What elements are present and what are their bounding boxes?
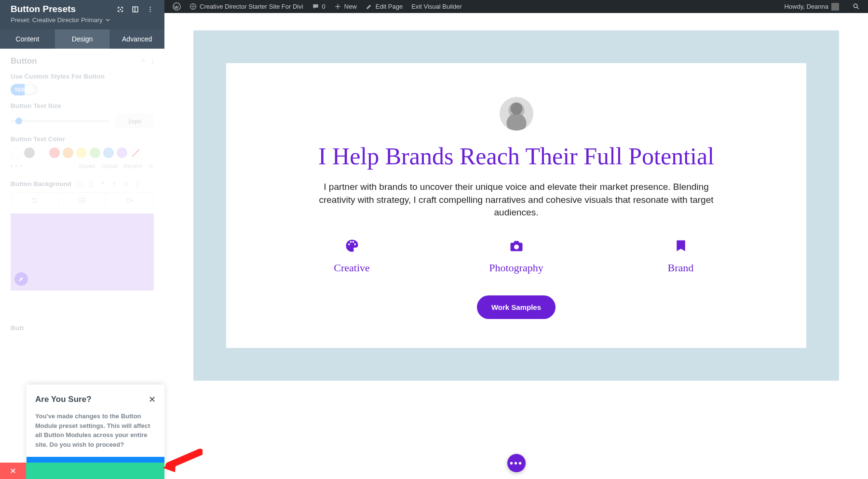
panel-layout-icon[interactable] — [132, 6, 139, 13]
user-avatar-icon — [831, 3, 839, 11]
site-icon — [190, 3, 197, 10]
sidebar-header: Button Presets Preset: Creative Director… — [0, 0, 164, 29]
save-button[interactable] — [26, 463, 164, 479]
page-headline: I Help Brands Reach Their Full Potential — [270, 142, 763, 170]
more-vertical-icon[interactable] — [147, 6, 154, 13]
feature-brand: Brand — [598, 239, 763, 274]
svg-point-3 — [120, 9, 121, 10]
comment-icon — [312, 3, 319, 10]
modal-text: You've made changes to the Button Module… — [35, 412, 156, 449]
adminbar-site-link[interactable]: Creative Director Starter Site For Divi — [185, 0, 308, 13]
adminbar-user[interactable]: Howdy, Deanna — [780, 0, 843, 13]
avatar-image — [500, 97, 533, 131]
preset-dropdown[interactable]: Preset: Creative Director Primary — [11, 14, 154, 27]
adminbar-comments[interactable]: 0 — [308, 0, 330, 13]
adminbar-exit-vb[interactable]: Exit Visual Builder — [407, 0, 466, 13]
tab-content[interactable]: Content — [0, 29, 55, 49]
camera-icon — [509, 239, 524, 253]
section-container[interactable]: I Help Brands Reach Their Full Potential… — [193, 30, 839, 381]
search-icon — [853, 3, 860, 10]
adminbar-edit-page[interactable]: Edit Page — [361, 0, 407, 13]
work-samples-button[interactable]: Work Samples — [477, 295, 556, 319]
page-body-copy: I partner with brands to uncover their u… — [319, 181, 714, 219]
svg-point-7 — [149, 11, 150, 12]
feature-label: Brand — [598, 262, 763, 274]
plus-icon — [334, 3, 341, 10]
preset-label: Preset: Creative Director Primary — [11, 16, 103, 24]
svg-point-2 — [854, 4, 857, 8]
builder-fab-button[interactable]: ••• — [507, 454, 526, 472]
exit-vb-label: Exit Visual Builder — [411, 3, 462, 10]
sidebar-footer-actions — [0, 463, 164, 479]
modal-title: Are You Sure? — [35, 395, 92, 404]
adminbar-search[interactable] — [848, 0, 864, 13]
pencil-icon — [366, 3, 373, 10]
focus-icon[interactable] — [117, 6, 124, 13]
features-row: Creative Photography Brand — [270, 239, 763, 274]
tab-advanced[interactable]: Advanced — [109, 29, 164, 49]
wp-admin-bar: Creative Director Starter Site For Divi … — [164, 0, 868, 13]
cancel-button[interactable] — [0, 463, 26, 479]
sidebar-tabs: Content Design Advanced — [0, 29, 164, 49]
hero-card: I Help Brands Reach Their Full Potential… — [226, 63, 806, 348]
wp-logo-menu[interactable] — [168, 0, 185, 13]
feature-photography: Photography — [434, 239, 598, 274]
svg-point-6 — [149, 9, 150, 10]
page-canvas: I Help Brands Reach Their Full Potential… — [164, 13, 868, 479]
edit-page-label: Edit Page — [376, 3, 403, 10]
feature-creative: Creative — [270, 239, 434, 274]
close-icon — [10, 467, 16, 474]
panel-title: Button Presets — [11, 4, 76, 14]
svg-point-5 — [149, 6, 150, 7]
site-title: Creative Director Starter Site For Divi — [200, 3, 303, 10]
adminbar-new[interactable]: New — [330, 0, 361, 13]
new-label: New — [344, 3, 357, 10]
feature-label: Creative — [270, 262, 434, 274]
comment-count: 0 — [322, 3, 326, 10]
chevron-down-icon — [106, 18, 110, 22]
howdy-label: Howdy, Deanna — [784, 3, 828, 10]
wordpress-icon — [173, 2, 181, 11]
modal-close-button[interactable]: ✕ — [149, 394, 156, 405]
tab-design[interactable]: Design — [55, 29, 110, 49]
palette-icon — [345, 239, 359, 253]
feature-label: Photography — [434, 262, 598, 274]
bookmark-icon — [674, 239, 688, 253]
